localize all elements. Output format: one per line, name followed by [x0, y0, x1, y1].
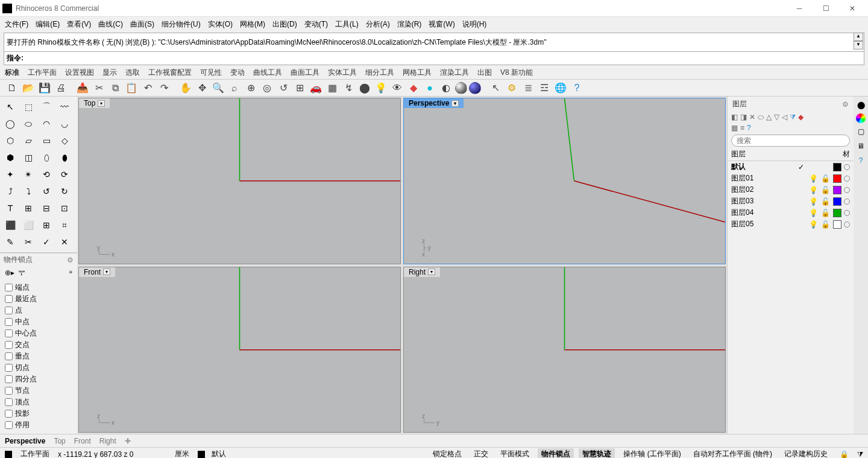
- named-view-icon[interactable]: 🚗: [309, 81, 323, 95]
- render-sphere-icon[interactable]: [455, 82, 467, 94]
- render-tab-icon[interactable]: [856, 113, 866, 123]
- osnap-item[interactable]: 最近点: [5, 293, 72, 305]
- materials-tab-icon[interactable]: ▢: [855, 126, 867, 138]
- chevron-down-icon[interactable]: ▾: [103, 269, 110, 275]
- tool-icon[interactable]: ⬡: [2, 133, 18, 148]
- toolbar-tab[interactable]: 曲面工具: [291, 68, 319, 78]
- menu-item[interactable]: 查看(V): [67, 19, 91, 30]
- tool-icon[interactable]: ◫: [20, 150, 36, 165]
- toolbar-tab[interactable]: 曲线工具: [253, 68, 282, 78]
- undo-view-icon[interactable]: ↺: [276, 81, 291, 95]
- import-icon[interactable]: 📥: [75, 81, 90, 95]
- tool-icon[interactable]: ⬭: [20, 116, 36, 132]
- toolbar-tab[interactable]: 渲染工具: [440, 68, 469, 78]
- osnap-header[interactable]: 物件锁点 ⚙: [0, 253, 77, 266]
- menu-item[interactable]: 变动(T): [304, 19, 328, 30]
- tool-icon[interactable]: ▭: [39, 133, 54, 148]
- render-sphere2-icon[interactable]: [469, 82, 481, 94]
- status-cplane[interactable]: 工作平面: [20, 449, 49, 458]
- new-file-icon[interactable]: 🗋: [5, 81, 19, 95]
- paste-icon[interactable]: 📋: [124, 81, 139, 95]
- copy-icon[interactable]: ⧉: [108, 81, 122, 95]
- osnap-item[interactable]: 端点: [5, 282, 72, 293]
- toolbar-tab[interactable]: V8 新功能: [500, 68, 533, 78]
- zoom-in-icon[interactable]: 🔍: [211, 81, 225, 95]
- command-line[interactable]: 指令:: [4, 52, 864, 65]
- gear-icon[interactable]: ⚙: [505, 81, 519, 95]
- tool-icon[interactable]: ✦: [2, 167, 18, 182]
- move-up-icon[interactable]: △: [766, 113, 772, 121]
- menu-item[interactable]: 分析(A): [366, 19, 390, 30]
- command-input[interactable]: [26, 54, 861, 63]
- minimize-button[interactable]: ─: [786, 0, 813, 17]
- status-toggle[interactable]: 正交: [470, 448, 492, 458]
- cplane-origin-icon[interactable]: ↯: [341, 81, 356, 95]
- pan-icon[interactable]: ✋: [178, 81, 193, 95]
- help-icon[interactable]: ?: [570, 81, 584, 95]
- toolbar-tab[interactable]: 标准: [5, 68, 19, 78]
- tool-icon[interactable]: ↺: [39, 183, 54, 199]
- osnap-item[interactable]: 顶点: [5, 396, 72, 408]
- tool-icon[interactable]: ⬛: [2, 217, 18, 233]
- zoom-window-icon[interactable]: ⌕: [227, 81, 242, 95]
- tool-icon[interactable]: ✴: [20, 167, 36, 182]
- tool-icon[interactable]: ◯: [2, 116, 18, 132]
- chevron-down-icon[interactable]: ▾: [428, 269, 435, 275]
- tool-icon[interactable]: ◠: [39, 116, 54, 132]
- redo-icon[interactable]: ↷: [157, 81, 171, 95]
- toolbar-tab[interactable]: 变动: [230, 68, 245, 78]
- status-layer[interactable]: 默认: [198, 449, 226, 458]
- tool-icon[interactable]: ◡: [57, 116, 72, 132]
- status-toggle[interactable]: 智慧轨迹: [579, 448, 615, 458]
- osnap-item[interactable]: 切点: [5, 362, 72, 374]
- toolbar-tab[interactable]: 显示: [102, 68, 117, 78]
- zoom-extents-icon[interactable]: ⊕: [244, 81, 258, 95]
- layer-row[interactable]: 图层03💡🔓: [728, 196, 854, 207]
- maximize-button[interactable]: ☐: [813, 0, 839, 17]
- tool-icon[interactable]: ⬢: [2, 150, 18, 165]
- new-layer-icon[interactable]: ◧: [731, 113, 738, 121]
- osnap-item[interactable]: 中点: [5, 316, 72, 328]
- print-icon[interactable]: 🖨: [54, 81, 68, 95]
- tool-icon[interactable]: ⟲: [39, 167, 54, 182]
- status-toggle[interactable]: 锁定格点: [429, 448, 465, 458]
- toolbar-tab[interactable]: 出图: [477, 68, 492, 78]
- layer-row[interactable]: 图层02💡🔓: [728, 184, 854, 196]
- osnap-item[interactable]: 交点: [5, 339, 72, 351]
- menu-item[interactable]: 曲线(C): [98, 19, 123, 30]
- tool-icon[interactable]: ⬚: [20, 99, 36, 115]
- menu-item[interactable]: 渲染(R): [397, 19, 422, 30]
- layer-cyan-icon[interactable]: ●: [423, 81, 437, 95]
- layer-props-icon[interactable]: ⬭: [758, 113, 764, 121]
- tool-icon[interactable]: ⌗: [57, 217, 72, 233]
- hide-icon[interactable]: 👁: [390, 81, 404, 95]
- lock-icon[interactable]: 🔒: [840, 450, 849, 459]
- light-icon[interactable]: 💡: [374, 81, 388, 95]
- tool-icon[interactable]: ⟳: [57, 167, 72, 182]
- view-tab[interactable]: Right: [99, 437, 116, 445]
- layer-row[interactable]: 默认✓: [728, 161, 854, 173]
- toolbar-tab[interactable]: 细分工具: [365, 68, 394, 78]
- record-icon[interactable]: [5, 451, 12, 458]
- status-toggle[interactable]: 记录建构历史: [781, 448, 831, 458]
- chevron-down-icon[interactable]: ▾: [98, 100, 105, 107]
- viewport-front[interactable]: Front▾ z└── x: [78, 267, 401, 433]
- status-toggle[interactable]: 平面模式: [497, 448, 533, 458]
- tool-icon[interactable]: ◇: [57, 133, 72, 148]
- filter-icon[interactable]: ⧩: [790, 113, 796, 121]
- layer-row[interactable]: 图层04💡🔓: [728, 207, 854, 218]
- gear-icon[interactable]: ⚙: [67, 256, 74, 264]
- tool-icon[interactable]: ⌒: [39, 99, 54, 115]
- toolbar-tab[interactable]: 可见性: [200, 68, 222, 78]
- tool-icon[interactable]: ✕: [57, 234, 72, 250]
- osnap-item[interactable]: 投影: [5, 408, 72, 419]
- osnap-toggle-icon[interactable]: ⊕▸: [5, 269, 14, 277]
- zoom-selected-icon[interactable]: ◎: [260, 81, 274, 95]
- tool-icon[interactable]: ✂: [20, 234, 36, 250]
- new-sublayer-icon[interactable]: ◨: [740, 113, 747, 121]
- add-view-tab[interactable]: ✚: [125, 437, 131, 445]
- rotate-view-icon[interactable]: ✥: [195, 81, 209, 95]
- move-down-icon[interactable]: ▽: [774, 113, 779, 121]
- tool-icon[interactable]: ⬯: [39, 150, 54, 165]
- filter-status-icon[interactable]: ⧩: [857, 450, 863, 459]
